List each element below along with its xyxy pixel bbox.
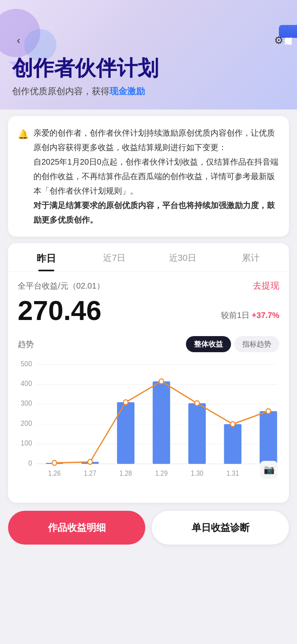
svg-point-22 [159,379,163,384]
camera-icon: 📷 [264,464,274,475]
change-value: +37.7% [252,311,279,320]
notice-card: 🔔 亲爱的创作者，创作者伙伴计划持续激励原创优质内容创作，让优质原创内容获得更多… [8,116,289,237]
svg-text:1.27: 1.27 [84,470,96,478]
bell-icon: 🔔 [18,126,29,142]
subtitle-prefix: 创作优质原创内容，获得 [12,86,109,96]
toggle-metric[interactable]: 指标趋势 [234,336,279,352]
banner-subtitle: 创作优质原创内容，获得现金激励 [12,85,285,97]
chart-toggle: 整体收益 指标趋势 [186,336,279,352]
svg-text:1.31: 1.31 [227,470,239,478]
tabs-row: 昨日 近7日 近30日 累计 [8,243,289,272]
tab-7days[interactable]: 近7日 [80,243,149,271]
back-button[interactable]: ‹ [10,31,27,49]
svg-point-20 [88,460,92,464]
svg-text:400: 400 [21,380,32,388]
svg-text:1.26: 1.26 [48,470,61,478]
tab-total[interactable]: 累计 [217,243,285,271]
revenue-amount: 270.46 [18,297,101,324]
svg-point-19 [52,460,57,465]
camera-button[interactable]: 📷 [260,461,278,479]
revenue-section: 全平台收益/元（02.01） 去提现 270.46 较前1日 +37.7% [8,272,289,336]
svg-text:1.29: 1.29 [155,470,167,478]
tab-yesterday[interactable]: 昨日 [12,243,80,271]
revenue-change: 较前1日 +37.7% [221,310,279,324]
svg-rect-17 [224,424,241,464]
svg-text:200: 200 [21,419,32,428]
gear-icon: ⚙ [274,34,283,47]
diagnosis-button[interactable]: 单日收益诊断 [152,511,289,545]
banner-title: 创作者伙伴计划 [12,56,285,80]
back-icon: ‹ [17,34,21,47]
compare-label: 较前1日 [221,311,250,320]
revenue-header: 全平台收益/元（02.01） 去提现 [18,280,279,292]
svg-point-21 [124,400,128,405]
svg-rect-15 [153,382,170,464]
svg-text:100: 100 [21,439,32,448]
stats-card: 昨日 近7日 近30日 累计 全平台收益/元（02.01） 去提现 270.46… [8,243,289,503]
svg-text:1.28: 1.28 [120,470,132,478]
withdraw-button[interactable]: 去提现 [253,280,279,292]
toggle-overall[interactable]: 整体收益 [186,336,231,352]
svg-text:1.30: 1.30 [191,470,203,478]
notice-text: 亲爱的创作者，创作者伙伴计划持续激励原创优质内容创作，让优质原创内容获得更多收益… [33,126,279,227]
subtitle-highlight: 现金激励 [109,86,145,96]
svg-text:500: 500 [21,359,32,368]
svg-point-23 [195,401,199,406]
svg-rect-16 [188,403,206,464]
svg-point-25 [266,409,270,414]
revenue-main: 270.46 较前1日 +37.7% [18,297,279,324]
chart-header: 趋势 整体收益 指标趋势 [8,336,289,358]
svg-text:0: 0 [28,459,32,467]
header-nav: ‹ ⚙ [0,25,297,56]
settings-button[interactable]: ⚙ [270,31,287,49]
svg-point-24 [231,422,235,427]
tab-30days[interactable]: 近30日 [148,243,217,271]
banner-area: ‹ ⚙ 创作者伙伴计划 创作优质原创内容，获得现金激励 计划规则 [0,0,297,109]
notice-bold: 对于满足结算要求的原创优质内容，平台也将持续加强激励力度，鼓励更多优质创作。 [33,201,275,224]
notice-body: 亲爱的创作者，创作者伙伴计划持续激励原创优质内容创作，让优质原创内容获得更多收益… [33,128,278,224]
bottom-bar: 作品收益明细 单日收益诊断 [8,511,289,545]
details-button[interactable]: 作品收益明细 [8,511,145,545]
banner-content: 创作者伙伴计划 创作优质原创内容，获得现金激励 [0,56,297,97]
notice-header: 🔔 亲爱的创作者，创作者伙伴计划持续激励原创优质内容创作，让优质原创内容获得更多… [18,126,279,227]
revenue-label: 全平台收益/元（02.01） [18,281,105,291]
chart-svg: 500 400 300 200 100 0 [16,358,281,499]
svg-rect-18 [260,411,277,464]
chart-title: 趋势 [18,339,34,350]
svg-text:300: 300 [21,399,32,408]
chart-container: 500 400 300 200 100 0 [8,358,289,503]
